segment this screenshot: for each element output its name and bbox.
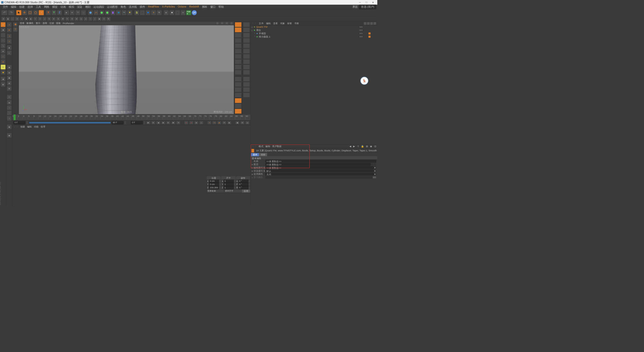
object-name[interactable]: Quartz FM xyxy=(256,26,360,28)
menu-item[interactable]: 创建 xyxy=(18,5,26,9)
tool-button[interactable]: ▬ xyxy=(7,100,12,105)
object-tag-icon[interactable] xyxy=(369,36,371,38)
menu-xparticles[interactable]: X-Particles xyxy=(160,5,176,8)
stepper[interactable] xyxy=(219,186,221,189)
snap-button[interactable]: ◉ xyxy=(1,59,6,64)
tool-button[interactable]: ⬢ xyxy=(24,17,29,21)
pos-field[interactable]: 233.359 cm xyxy=(209,186,219,189)
stepper[interactable] xyxy=(144,121,145,124)
size-field[interactable]: 1 xyxy=(224,180,234,183)
generator2-button[interactable] xyxy=(105,10,110,15)
tool-button[interactable]: ◫ xyxy=(79,17,83,21)
palette-button[interactable] xyxy=(243,22,250,27)
play-forward-button[interactable]: ▶ xyxy=(161,121,165,124)
tool-button[interactable]: ▭ xyxy=(7,95,12,100)
menu-item[interactable]: 网格 xyxy=(43,5,51,9)
palette-button[interactable] xyxy=(243,38,250,43)
tool-button[interactable]: ▯ xyxy=(7,50,12,55)
texture-mode-button[interactable]: ▦ xyxy=(1,27,6,32)
redo-button[interactable]: ↷ xyxy=(8,10,15,15)
palette-button[interactable] xyxy=(243,27,250,32)
vp-menu-item[interactable]: 过滤 xyxy=(49,22,54,25)
scale-tool[interactable] xyxy=(27,10,33,15)
start-frame-field[interactable]: 0 F xyxy=(14,121,25,124)
point-mode-button[interactable]: ▫ xyxy=(1,38,6,43)
key-pos-button[interactable]: ✦ xyxy=(207,121,211,124)
attr-tab-basic[interactable]: 基本 xyxy=(251,153,259,156)
palette-button[interactable] xyxy=(235,43,242,48)
attr-object-icon[interactable] xyxy=(251,149,254,153)
palette-button[interactable] xyxy=(235,82,242,87)
undo-button[interactable]: ↶ xyxy=(1,10,8,15)
mode-button[interactable]: ◧ xyxy=(1,82,6,87)
palette-button[interactable] xyxy=(243,87,250,92)
timeline-playhead[interactable] xyxy=(14,114,16,120)
menu-item[interactable]: 插件 xyxy=(138,5,147,9)
om-menu-item[interactable]: 查看 xyxy=(273,22,278,25)
polygon-mode-button[interactable]: ▰ xyxy=(1,49,6,54)
menu-item[interactable]: 帮助 xyxy=(217,5,225,9)
palette-button[interactable] xyxy=(243,93,250,98)
coord-space-dropdown[interactable]: 世界坐标 xyxy=(207,189,224,193)
select-tool[interactable] xyxy=(16,10,21,15)
rotate-tool[interactable] xyxy=(33,10,38,15)
minimize-button[interactable]: ─ xyxy=(357,0,363,4)
tool-button[interactable]: ◊ xyxy=(7,116,12,121)
tool-button[interactable]: ⟲ xyxy=(70,17,74,21)
symmetry-button[interactable]: S xyxy=(1,65,6,70)
tool-button[interactable]: ▦ xyxy=(7,65,12,70)
object-row[interactable]: └●手模型 xyxy=(251,32,377,35)
object-row[interactable]: └●细分曲面.1 xyxy=(251,35,377,38)
attr-value-field[interactable] xyxy=(265,176,373,179)
om-menu-item[interactable]: 编辑 xyxy=(266,22,271,25)
object-manager[interactable]: ⊟●Quartz FM⊟●整合└●手模型└●细分曲面.1 xyxy=(251,25,377,144)
vp-menu-item[interactable]: 面板 xyxy=(56,22,61,25)
palette-button[interactable] xyxy=(235,93,242,98)
tool-button[interactable]: ⊗ xyxy=(51,17,56,21)
ui-button[interactable]: ⊞ xyxy=(240,121,244,124)
palette-button[interactable] xyxy=(235,87,242,92)
tool-button[interactable]: ⊙ xyxy=(15,17,19,21)
palette-button[interactable] xyxy=(243,65,250,70)
palette-button[interactable] xyxy=(235,49,242,54)
tool-button[interactable]: ▨ xyxy=(7,70,12,75)
dropdown-icon[interactable]: ▾ xyxy=(374,166,376,169)
vp-nav-icon[interactable] xyxy=(221,22,224,25)
primitive-button[interactable] xyxy=(88,10,93,15)
play-back-button[interactable]: ◀ xyxy=(156,121,160,124)
tool-button[interactable]: ⊞ xyxy=(74,17,79,21)
vp-plus-button[interactable]: ✚ xyxy=(13,22,18,27)
material-manager[interactable] xyxy=(12,129,251,206)
model-mode-button[interactable]: ▲ xyxy=(1,22,6,27)
tool-fx-button[interactable]: fx xyxy=(106,17,111,21)
size-field[interactable]: 1 xyxy=(224,183,234,186)
color-swatch[interactable] xyxy=(373,176,376,178)
y-axis-lock[interactable]: Y xyxy=(51,10,57,15)
z-axis-lock[interactable]: Z xyxy=(57,10,62,15)
size-field[interactable]: 1 xyxy=(224,186,234,189)
stepper[interactable] xyxy=(248,186,250,189)
tool-button[interactable]: ⊡ xyxy=(102,17,106,21)
tool-button[interactable]: ▦ xyxy=(97,17,102,21)
object-name[interactable]: 细分曲面.1 xyxy=(259,35,359,38)
vp-nav-icon[interactable] xyxy=(230,22,233,25)
tool-button[interactable]: ⊕ xyxy=(1,17,6,21)
plugin-button[interactable]: 🔲 xyxy=(169,10,175,15)
tool-button[interactable]: ▮ xyxy=(7,45,12,50)
menu-item[interactable]: 捕捉 xyxy=(51,5,59,9)
menu-item[interactable]: 雕刻 xyxy=(84,5,92,9)
pos-field[interactable]: 0 cm xyxy=(209,180,219,183)
palette-button[interactable] xyxy=(235,103,242,108)
menu-item[interactable]: 运动图形 xyxy=(106,5,119,9)
vp-nav-icon[interactable] xyxy=(216,22,219,25)
autokey-button[interactable]: ◎ xyxy=(189,121,193,124)
maximize-button[interactable]: □ xyxy=(363,0,370,4)
tool-button[interactable]: ↻ xyxy=(65,17,70,21)
tool-button[interactable]: │ xyxy=(93,17,97,21)
attr-icon[interactable]: ⇧ xyxy=(357,145,359,148)
make-editable-button[interactable]: ▲ xyxy=(7,22,12,27)
menu-item[interactable]: 文件 xyxy=(1,5,10,9)
attr-value-field[interactable]: 关闭 xyxy=(265,173,373,175)
palette-button[interactable] xyxy=(235,33,242,38)
tool-button[interactable]: ▫ xyxy=(7,110,12,115)
